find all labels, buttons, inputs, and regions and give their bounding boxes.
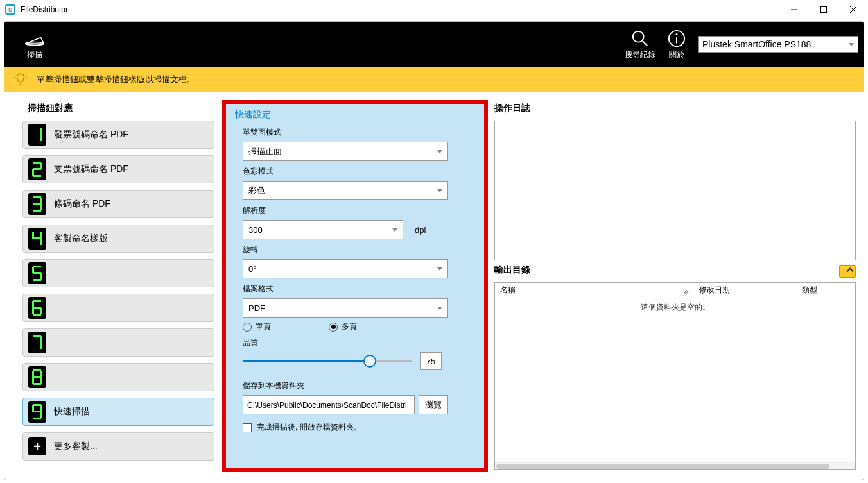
horizontal-scrollbar[interactable]: [495, 462, 855, 469]
multi-page-label: 多頁: [342, 321, 357, 332]
minimize-button[interactable]: [779, 0, 809, 19]
digit-icon: [28, 158, 46, 180]
about-button[interactable]: 關於: [667, 29, 686, 60]
output-dir-list: 名稱 修改日期 類型 這個資料夾是空的。: [494, 282, 856, 470]
more-presets-button[interactable]: + 更多客製...: [22, 432, 214, 461]
more-presets-label: 更多客製...: [54, 441, 98, 452]
col-name[interactable]: 名稱: [495, 285, 694, 296]
slider-thumb[interactable]: [363, 355, 376, 368]
about-label: 關於: [669, 49, 684, 60]
scanner-select[interactable]: Plustek SmartOffice PS188: [698, 36, 858, 53]
format-value: PDF: [248, 303, 265, 313]
scanner-select-value: Plustek SmartOffice PS188: [702, 39, 811, 49]
rotate-select[interactable]: 0°: [243, 259, 448, 278]
rotate-label: 旋轉: [243, 244, 475, 255]
right-pane: 操作日誌 輸出目錄 名稱 修改日期 類型 這個資料夾是: [492, 97, 858, 475]
col-type-label: 類型: [802, 285, 817, 294]
preset-button-9[interactable]: 快速掃描: [22, 398, 214, 426]
rotate-value: 0°: [248, 264, 256, 274]
radio-icon: [243, 323, 252, 332]
preset-button-6[interactable]: [22, 294, 214, 322]
quick-settings-panel: 快速設定 單雙面模式 掃描正面 色彩模式 彩色 解析度: [222, 100, 488, 472]
preset-button-5[interactable]: [22, 259, 214, 287]
save-path-input[interactable]: C:\Users\Public\Documents\ScanDoc\FileDi…: [243, 395, 415, 414]
hint-text: 單擊掃描鈕或雙擊掃描鈕樣版以掃描文檔。: [37, 74, 195, 85]
chevron-down-icon: [849, 43, 854, 46]
output-dir-title: 輸出目錄: [494, 264, 530, 276]
chevron-down-icon: [437, 150, 442, 153]
sort-asc-icon: [684, 287, 689, 296]
output-dir-header: 名稱 修改日期 類型: [495, 283, 855, 298]
preset-label: 快速掃描: [54, 406, 90, 418]
digit-icon: [28, 297, 46, 319]
preset-pane: 掃描鈕對應 發票號碼命名 PDF支票號碼命名 PDF條碼命名 PDF客製命名樣版…: [10, 97, 218, 475]
col-name-label: 名稱: [500, 285, 516, 294]
hint-bar: 單擊掃描鈕或雙擊掃描鈕樣版以掃描文檔。: [4, 67, 864, 92]
open-folder-checkbox[interactable]: [243, 423, 252, 432]
preset-button-2[interactable]: 支票號碼命名 PDF: [22, 155, 214, 183]
duplex-label: 單雙面模式: [243, 127, 475, 138]
browse-label: 瀏覽: [425, 399, 442, 411]
chevron-down-icon: [437, 189, 442, 192]
settings-pane: 快速設定 單雙面模式 掃描正面 色彩模式 彩色 解析度: [221, 97, 489, 475]
digit-icon: [28, 193, 46, 215]
plus-icon: +: [28, 437, 46, 455]
window-controls: [779, 0, 868, 19]
maximize-button[interactable]: [809, 0, 838, 19]
svg-line-14: [15, 73, 15, 74]
settings-title: 快速設定: [235, 109, 475, 121]
chevron-down-icon: [437, 307, 442, 310]
close-button[interactable]: [838, 0, 868, 19]
color-select[interactable]: 彩色: [243, 181, 448, 200]
single-page-radio[interactable]: 單頁: [243, 321, 271, 332]
digit-icon: [28, 124, 46, 146]
preset-button-4[interactable]: 客製命名樣版: [22, 225, 214, 253]
duplex-value: 掃描正面: [248, 146, 282, 157]
resolution-value: 300: [248, 225, 263, 235]
info-icon: [667, 29, 686, 48]
log-title: 操作日誌: [494, 103, 856, 114]
search-history-label: 搜尋紀錄: [625, 49, 655, 60]
format-select[interactable]: PDF: [243, 298, 448, 318]
quality-slider[interactable]: [243, 360, 412, 362]
single-page-label: 單頁: [256, 321, 271, 332]
open-output-folder-button[interactable]: [839, 265, 856, 278]
top-toolbar: 掃描 搜尋紀錄 關於 Plustek SmartOffice PS188: [4, 22, 864, 67]
title-bar: S FileDistributor: [0, 0, 868, 19]
format-label: 檔案格式: [243, 284, 475, 294]
col-date[interactable]: 修改日期: [694, 285, 797, 296]
multi-page-radio[interactable]: 多頁: [329, 321, 357, 332]
main-content: 掃描鈕對應 發票號碼命名 PDF支票號碼命名 PDF條碼命名 PDF客製命名樣版…: [4, 92, 864, 480]
browse-button[interactable]: 瀏覽: [419, 395, 448, 414]
col-type[interactable]: 類型: [797, 285, 855, 296]
save-folder-label: 儲存到本機資料夾: [243, 380, 475, 391]
resolution-label: 解析度: [243, 205, 475, 216]
open-folder-label: 完成掃描後, 開啟存檔資料夾。: [257, 422, 361, 433]
chevron-down-icon: [437, 267, 442, 271]
preset-button-7[interactable]: [22, 328, 214, 357]
scanner-icon: [22, 29, 47, 48]
preset-label: 客製命名樣版: [54, 233, 108, 244]
resolution-select[interactable]: 300: [243, 220, 403, 239]
chevron-down-icon: [392, 228, 397, 232]
log-box[interactable]: [494, 121, 856, 260]
scan-button[interactable]: 掃描: [22, 29, 47, 60]
col-date-label: 修改日期: [699, 285, 730, 294]
duplex-select[interactable]: 掃描正面: [243, 142, 448, 161]
svg-line-6: [643, 40, 648, 46]
search-history-button[interactable]: 搜尋紀錄: [625, 29, 655, 60]
preset-button-8[interactable]: [22, 363, 214, 391]
radio-icon: [329, 323, 338, 332]
preset-label: 發票號碼命名 PDF: [54, 129, 128, 140]
digit-icon: [28, 228, 46, 250]
preset-title: 掃描鈕對應: [28, 103, 214, 114]
preset-button-3[interactable]: 條碼命名 PDF: [22, 190, 214, 218]
svg-line-15: [25, 73, 26, 74]
svg-point-5: [633, 31, 644, 42]
lightbulb-icon: [13, 72, 28, 87]
digit-icon: [28, 332, 46, 353]
svg-point-8: [676, 33, 678, 35]
color-value: 彩色: [248, 185, 265, 196]
quality-value[interactable]: 75: [420, 352, 442, 370]
preset-button-1[interactable]: 發票號碼命名 PDF: [22, 121, 214, 149]
